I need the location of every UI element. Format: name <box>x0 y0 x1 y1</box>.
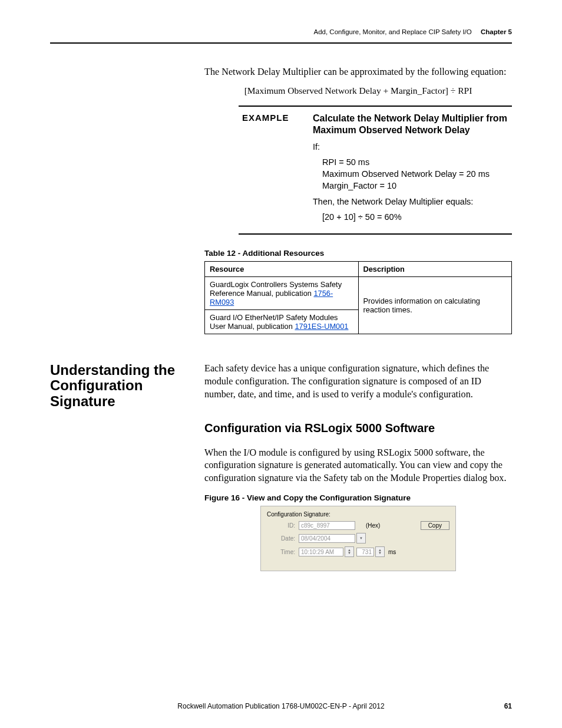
time-spinner-icon[interactable]: ▲▼ <box>345 546 354 557</box>
example-then: Then, the Network Delay Multiplier equal… <box>313 197 508 206</box>
date-dropdown-icon[interactable]: ▼ <box>356 533 366 543</box>
date-label: Date: <box>275 535 295 542</box>
id-input[interactable] <box>299 521 355 530</box>
header-chapter: Chapter 5 <box>481 28 512 35</box>
footer-text: Rockwell Automation Publication 1768-UM0… <box>177 702 384 710</box>
th-description: Description <box>358 261 512 276</box>
page-number: 61 <box>504 702 512 710</box>
cs-title: Configuration Signature: <box>267 511 449 518</box>
resource-table: Resource Description GuardLogix Controll… <box>204 261 512 334</box>
intro-formula: [Maximum Observed Network Delay + Margin… <box>204 85 512 97</box>
figure16-caption: Figure 16 - View and Copy the Configurat… <box>204 493 512 502</box>
table-row: GuardLogix Controllers Systems Safety Re… <box>205 276 359 309</box>
config-signature-panel: Configuration Signature: ID: (Hex) Copy … <box>260 506 456 571</box>
example-given: RPI = 50 ms Maximum Observed Network Del… <box>322 156 508 192</box>
subsection-para: When the I/O module is configured by usi… <box>204 447 512 486</box>
time-input[interactable] <box>299 548 343 556</box>
id-label: ID: <box>275 522 295 529</box>
running-header: Add, Configure, Monitor, and Replace CIP… <box>50 28 512 44</box>
example-title: Calculate the Network Delay Multiplier f… <box>313 113 508 136</box>
hex-label: (Hex) <box>366 522 380 529</box>
example-if: If: <box>313 142 508 151</box>
example-box: EXAMPLE Calculate the Network Delay Mult… <box>239 106 512 235</box>
ms-label: ms <box>388 549 396 555</box>
intro-text: The Network Delay Multiplier can be appr… <box>204 66 512 79</box>
table-row: Guard I/O EtherNet/IP Safety Modules Use… <box>205 309 359 334</box>
ms-spinner-icon[interactable]: ▲▼ <box>375 546 385 557</box>
date-input[interactable] <box>299 534 355 543</box>
section-para: Each safety device has a unique configur… <box>204 363 512 401</box>
page-footer: Rockwell Automation Publication 1768-UM0… <box>50 702 512 710</box>
table-description: Provides information on calculating reac… <box>358 276 512 334</box>
header-title: Add, Configure, Monitor, and Replace CIP… <box>313 28 471 35</box>
publication-link[interactable]: 1791ES-UM001 <box>295 322 348 331</box>
table12-caption: Table 12 - Additional Resources <box>204 249 512 258</box>
subsection-heading: Configuration via RSLogix 5000 Software <box>204 421 512 435</box>
copy-button[interactable]: Copy <box>421 521 449 530</box>
section-heading: Understanding the Configuration Signatur… <box>50 363 204 409</box>
ms-input[interactable] <box>356 548 374 556</box>
time-label: Time: <box>275 549 295 555</box>
example-label: EXAMPLE <box>242 113 313 228</box>
th-resource: Resource <box>205 261 359 276</box>
example-result: [20 + 10] ÷ 50 = 60% <box>322 211 508 223</box>
